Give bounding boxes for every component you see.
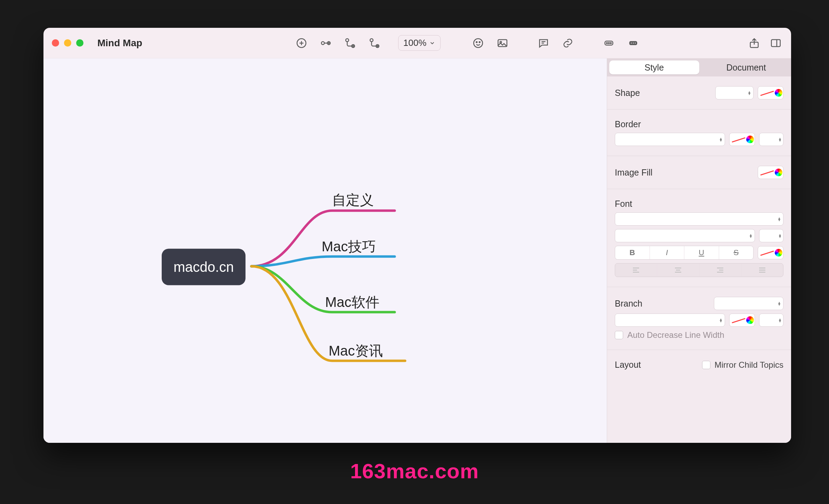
root-topic-label: macdo.cn [174, 259, 234, 275]
svg-point-15 [611, 42, 612, 43]
toolbar-notes-group [537, 36, 575, 50]
toolbar-insert-group [471, 36, 509, 50]
svg-rect-21 [771, 40, 780, 47]
branch-color[interactable] [729, 314, 755, 327]
link-button[interactable] [561, 36, 575, 50]
window-controls [52, 39, 83, 47]
align-left-button[interactable] [615, 263, 657, 277]
shape-select[interactable]: ▴▾ [715, 86, 754, 99]
italic-button[interactable]: I [650, 246, 685, 259]
align-right-button[interactable] [699, 263, 741, 277]
auto-decrease-label: Auto Decrease Line Width [627, 330, 724, 340]
root-topic[interactable]: macdo.cn [162, 249, 246, 285]
bold-button[interactable]: B [615, 246, 650, 259]
branch-label: Branch [615, 299, 642, 309]
add-sibling-button[interactable] [319, 36, 333, 50]
svg-point-7 [474, 39, 483, 48]
child-topic[interactable]: Mac软件 [325, 293, 379, 312]
child-topic-label: Mac资讯 [329, 343, 383, 358]
text-style-segment: B I U S [615, 246, 754, 260]
toolbar-right-group [747, 36, 783, 50]
branch-width-stepper[interactable]: ▴▾ [759, 314, 783, 327]
child-topic-label: Mac软件 [325, 294, 379, 310]
layout-label: Layout [615, 360, 641, 370]
child-topic[interactable]: Mac技巧 [322, 237, 376, 256]
share-button[interactable] [747, 36, 761, 50]
note-button[interactable] [537, 36, 550, 50]
mirror-checkbox[interactable] [702, 361, 710, 369]
add-topic-button[interactable] [295, 36, 308, 50]
border-label: Border [615, 119, 641, 129]
zoom-value: 100% [403, 38, 427, 48]
imagefill-color[interactable] [758, 166, 783, 179]
child-topic[interactable]: 自定义 [332, 190, 374, 210]
align-justify-button[interactable] [741, 263, 783, 277]
image-button[interactable] [496, 36, 509, 50]
svg-point-8 [476, 41, 477, 42]
toggle-sidebar-button[interactable] [769, 36, 783, 50]
underline-button[interactable]: U [684, 246, 719, 259]
tab-style[interactable]: Style [609, 60, 699, 74]
auto-decrease-checkbox[interactable] [615, 331, 623, 339]
svg-point-13 [606, 42, 607, 43]
tab-document[interactable]: Document [701, 58, 791, 76]
section-shape: Shape ▴▾ [607, 76, 791, 109]
svg-point-17 [631, 42, 632, 43]
child-topic-label: Mac技巧 [322, 239, 376, 254]
border-style-select[interactable]: ▴▾ [615, 133, 725, 146]
svg-point-11 [500, 41, 502, 43]
child-topic-label: 自定义 [332, 192, 374, 208]
tag-outline-button[interactable] [602, 36, 616, 50]
shape-color[interactable] [758, 86, 783, 99]
svg-point-18 [633, 42, 634, 43]
tag-filled-button[interactable] [626, 36, 640, 50]
font-style-select[interactable]: ▴▾ [615, 229, 755, 242]
section-border: Border ▴▾ ▴▾ [607, 109, 791, 156]
minimize-window-button[interactable] [64, 39, 71, 47]
text-align-segment [615, 263, 783, 277]
child-topic[interactable]: Mac资讯 [329, 341, 383, 360]
svg-point-19 [635, 42, 636, 43]
section-branch: Branch ▴▾ ▴▾ ▴▾ Auto Decrease Line Width [607, 287, 791, 350]
font-label: Font [615, 199, 632, 209]
content-area: macdo.cn 自定义 Mac技巧 Mac软件 Mac资讯 Style Doc… [43, 58, 791, 443]
svg-point-5 [370, 39, 373, 42]
svg-point-9 [479, 41, 480, 42]
svg-point-1 [321, 41, 324, 44]
watermark-text: 163mac.com [350, 459, 479, 483]
section-layout: Layout Mirror Child Topics [607, 350, 791, 380]
strike-button[interactable]: S [719, 246, 754, 259]
zoom-window-button[interactable] [76, 39, 83, 47]
border-color[interactable] [729, 133, 755, 146]
add-child-button[interactable] [343, 36, 357, 50]
inspector-tabs: Style Document [607, 58, 791, 76]
shape-label: Shape [615, 88, 640, 98]
mindmap-canvas[interactable]: macdo.cn 自定义 Mac技巧 Mac软件 Mac资讯 [43, 58, 607, 443]
align-center-button[interactable] [657, 263, 699, 277]
font-size-stepper[interactable]: ▴▾ [759, 229, 783, 242]
toolbar-left-group [295, 36, 381, 50]
section-imagefill: Image Fill [607, 156, 791, 189]
titlebar: Mind Map [43, 28, 791, 58]
text-color[interactable] [758, 246, 783, 259]
svg-point-14 [609, 42, 610, 43]
zoom-select[interactable]: 100% [398, 35, 441, 51]
toolbar-tags-group [602, 36, 640, 50]
close-window-button[interactable] [52, 39, 59, 47]
font-family-select[interactable]: ▴▾ [615, 212, 783, 226]
branch-line-select[interactable]: ▴▾ [615, 314, 725, 327]
svg-point-3 [346, 39, 349, 42]
app-window: Mind Map [43, 28, 791, 443]
chevron-down-icon [429, 40, 435, 46]
app-title: Mind Map [97, 38, 142, 49]
delete-topic-button[interactable] [368, 36, 381, 50]
section-font: Font ▴▾ ▴▾ ▴▾ B I U S [607, 189, 791, 287]
inspector-panel: Style Document Shape ▴▾ Border ▴▾ ▴▾ [607, 58, 791, 443]
border-width-stepper[interactable]: ▴▾ [759, 133, 783, 146]
mirror-label: Mirror Child Topics [715, 360, 783, 370]
imagefill-label: Image Fill [615, 168, 652, 178]
emoji-button[interactable] [471, 36, 485, 50]
branch-style-select[interactable]: ▴▾ [714, 297, 783, 310]
